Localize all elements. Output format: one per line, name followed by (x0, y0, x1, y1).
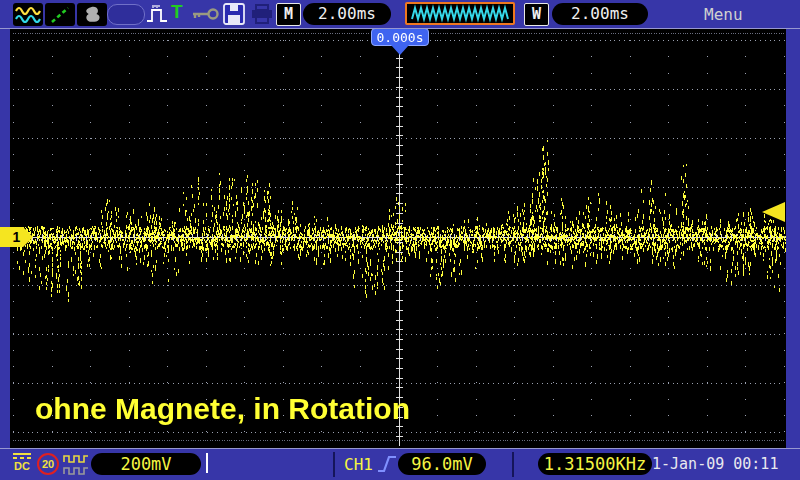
zoom-preview-button[interactable] (405, 2, 515, 25)
key-lock-icon (191, 7, 219, 21)
datetime-label: 1-Jan-09 00:11 (652, 455, 798, 473)
square-wave-icon (63, 453, 89, 480)
zoom-waveform-icon (410, 4, 510, 23)
top-toolbar: T M 2.00ms (0, 0, 800, 29)
trigger-type-indicator: T (171, 1, 183, 23)
menu-button[interactable]: Menu (704, 5, 743, 24)
rising-edge-icon (376, 453, 398, 479)
ch1-scale-readout: 200mV (91, 453, 201, 475)
window-timebase-badge: W (524, 3, 549, 26)
cursor-caret (206, 453, 208, 473)
main-timebase-badge: M (276, 3, 301, 26)
dc-coupling-icon: DC (11, 453, 33, 472)
trigger-frequency-readout: 1.31500KHz (538, 453, 652, 475)
status-bar: DC 20 200mV CH1 96.0mV 1.31500KHz 1-Jan-… (0, 448, 800, 480)
cursors-button[interactable] (45, 3, 75, 26)
trigger-source-label: CH1 (344, 455, 373, 474)
display-area: 0.000s 1 ohne Magnete, in Rotation (10, 28, 786, 448)
graticule-canvas (10, 28, 786, 448)
print-button[interactable] (250, 4, 274, 24)
floppy-disk-icon (222, 3, 246, 25)
oscilloscope-ui: T M 2.00ms (0, 0, 800, 480)
annotation-text: ohne Magnete, in Rotation (35, 392, 410, 426)
separator (333, 452, 335, 477)
trigger-position-pointer-icon (391, 45, 409, 55)
trigger-level-readout: 96.0mV (398, 453, 486, 475)
gray-blob-icon (82, 5, 102, 25)
dual-waveform-icon (15, 5, 41, 25)
printer-icon (250, 4, 274, 24)
main-timebase-readout: 2.00ms (303, 3, 391, 25)
channel-waveforms-button[interactable] (13, 3, 43, 26)
empty-indicator-pill (107, 4, 145, 25)
dashed-slash-icon (48, 5, 72, 25)
bandwidth-limit-badge: 20 (37, 453, 59, 475)
glitch-pulse-icon (146, 3, 170, 25)
save-button[interactable] (222, 3, 246, 25)
window-timebase-readout: 2.00ms (552, 3, 648, 25)
trigger-position-tab[interactable]: 0.000s (371, 28, 429, 46)
display-mode-button[interactable] (77, 3, 107, 26)
separator (512, 452, 514, 477)
